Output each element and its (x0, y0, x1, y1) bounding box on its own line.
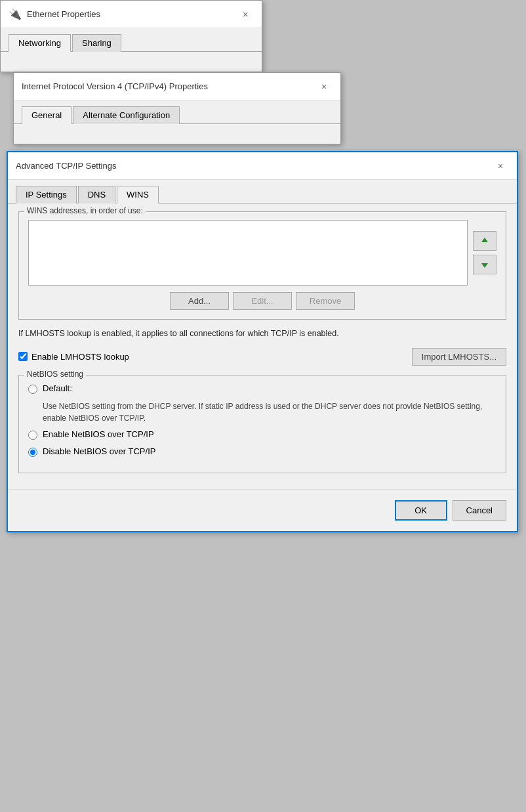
ethernet-properties-window: 🔌 Ethernet Properties × Networking Shari… (0, 0, 262, 72)
action-buttons: Add... Edit... Remove (28, 292, 496, 310)
advanced-content: WINS addresses, in order of use: (8, 203, 517, 489)
tab-alternate-configuration[interactable]: Alternate Configuration (73, 106, 180, 124)
lmhosts-info-text: If LMHOSTS lookup is enabled, it applies… (18, 328, 506, 340)
advanced-title-text: Advanced TCP/IP Settings (16, 161, 492, 171)
netbios-group: NetBIOS setting Default: Use NetBIOS set… (18, 375, 506, 473)
arrow-buttons-container (473, 220, 496, 286)
advanced-title-bar: Advanced TCP/IP Settings × (8, 152, 517, 180)
radio-enable-label[interactable]: Enable NetBIOS over TCP/IP (28, 429, 496, 440)
ipv4-close-button[interactable]: × (315, 78, 333, 95)
enable-lmhosts-checkbox[interactable] (18, 352, 28, 361)
tab-dns[interactable]: DNS (78, 186, 115, 203)
tab-ip-settings[interactable]: IP Settings (16, 186, 77, 203)
add-button[interactable]: Add... (170, 292, 229, 310)
ethernet-title-text: Ethernet Properties (27, 9, 237, 19)
ethernet-title-bar: 🔌 Ethernet Properties × (1, 1, 262, 28)
ok-button[interactable]: OK (395, 500, 447, 521)
ethernet-tab-strip: Networking Sharing (1, 28, 262, 52)
advanced-close-button[interactable]: × (492, 158, 509, 175)
tab-sharing[interactable]: Sharing (72, 34, 121, 52)
advanced-tcpip-window: Advanced TCP/IP Settings × IP Settings D… (7, 151, 518, 532)
ipv4-title-bar: Internet Protocol Version 4 (TCP/IPv4) P… (14, 73, 340, 100)
advanced-tab-strip: IP Settings DNS WINS (8, 180, 517, 203)
footer-buttons: OK Cancel (8, 489, 517, 531)
lmhosts-row: Enable LMHOSTS lookup Import LMHOSTS... (18, 348, 506, 366)
move-up-button[interactable] (473, 231, 496, 251)
arrow-down-icon (479, 259, 490, 270)
wins-listbox[interactable] (28, 220, 468, 286)
move-down-button[interactable] (473, 255, 496, 274)
tab-general[interactable]: General (22, 106, 71, 124)
radio-enable-netbios[interactable] (28, 431, 37, 440)
ipv4-tab-strip: General Alternate Configuration (14, 100, 340, 124)
tab-networking[interactable]: Networking (9, 34, 71, 52)
radio-disable-netbios[interactable] (28, 448, 37, 457)
radio-disable-label[interactable]: Disable NetBIOS over TCP/IP (28, 446, 496, 457)
remove-button[interactable]: Remove (296, 292, 355, 310)
ipv4-properties-window: Internet Protocol Version 4 (TCP/IPv4) P… (13, 72, 341, 144)
radio-default-label[interactable]: Default: (28, 383, 496, 394)
ethernet-icon: 🔌 (9, 8, 22, 20)
netbios-group-label: NetBIOS setting (24, 370, 86, 379)
wins-addresses-group: WINS addresses, in order of use: (18, 211, 506, 320)
radio-default-desc: Use NetBIOS setting from the DHCP server… (43, 400, 496, 424)
cancel-button[interactable]: Cancel (453, 500, 506, 521)
tab-wins[interactable]: WINS (117, 186, 159, 203)
radio-default[interactable] (28, 385, 37, 394)
enable-lmhosts-label[interactable]: Enable LMHOSTS lookup (18, 352, 129, 362)
wins-list-area (28, 220, 496, 286)
edit-button[interactable]: Edit... (233, 292, 292, 310)
wins-group-label: WINS addresses, in order of use: (24, 206, 146, 215)
ipv4-title-text: Internet Protocol Version 4 (TCP/IPv4) P… (22, 81, 315, 91)
import-lmhosts-button[interactable]: Import LMHOSTS... (412, 348, 506, 366)
ethernet-close-button[interactable]: × (237, 6, 254, 23)
arrow-up-icon (479, 236, 490, 246)
